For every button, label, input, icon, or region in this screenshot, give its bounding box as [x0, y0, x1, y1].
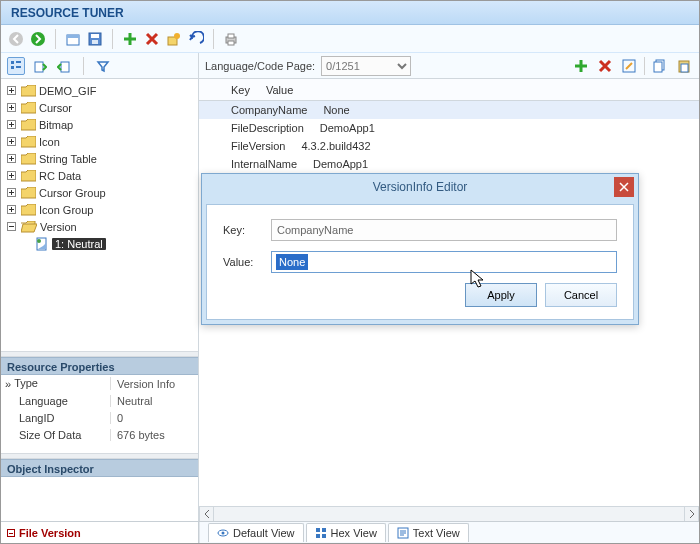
scroll-right-icon[interactable]: [684, 507, 699, 521]
expand-icon[interactable]: [7, 171, 16, 180]
expand-icon[interactable]: [7, 137, 16, 146]
export-icon[interactable]: [31, 57, 49, 75]
dialog-title: VersionInfo Editor: [202, 174, 638, 200]
expand-icon[interactable]: [7, 120, 16, 129]
prop-row-size: Size Of Data676 bytes: [1, 426, 198, 443]
add-lang-icon[interactable]: [572, 57, 590, 75]
paste-icon[interactable]: [675, 57, 693, 75]
kv-row[interactable]: InternalNameDemoApp1: [199, 155, 699, 173]
tree-item-version[interactable]: Version: [5, 218, 196, 235]
svg-rect-20: [654, 62, 662, 72]
prop-row-type: »TypeVersion Info: [1, 375, 198, 392]
svg-rect-26: [322, 528, 326, 532]
folder-icon: [21, 153, 36, 165]
edit-resource-icon[interactable]: [165, 30, 183, 48]
collapse-icon[interactable]: [7, 222, 16, 231]
resource-properties: »TypeVersion Info LanguageNeutral LangID…: [1, 375, 198, 443]
tree-item-cursor[interactable]: Cursor: [5, 99, 196, 116]
folder-icon: [21, 136, 36, 148]
resource-properties-header: Resource Properties: [1, 357, 198, 375]
value-label: Value:: [223, 256, 263, 268]
svg-rect-15: [61, 62, 69, 72]
language-label: Language/Code Page:: [205, 60, 315, 72]
svg-rect-27: [316, 534, 320, 538]
kv-header-value[interactable]: Value: [258, 84, 301, 96]
filter-icon[interactable]: [94, 57, 112, 75]
delete-icon[interactable]: [143, 30, 161, 48]
tree-item-demo-gif[interactable]: DEMO_GIF: [5, 82, 196, 99]
svg-rect-6: [92, 40, 98, 44]
kv-header: Key Value: [199, 79, 699, 101]
app-titlebar: RESOURCE TUNER: [1, 1, 699, 25]
edit-lang-icon[interactable]: [620, 57, 638, 75]
tab-text-view[interactable]: Text View: [388, 523, 469, 542]
prop-row-langid: LangID0: [1, 409, 198, 426]
tab-hex-view[interactable]: Hex View: [306, 523, 386, 542]
horizontal-scrollbar[interactable]: [199, 506, 699, 521]
language-select[interactable]: 0/1251: [321, 56, 411, 76]
expand-icon[interactable]: [7, 205, 16, 214]
svg-rect-28: [322, 534, 326, 538]
svg-rect-5: [91, 34, 99, 38]
folder-icon: [21, 119, 36, 131]
add-icon[interactable]: [121, 30, 139, 48]
object-inspector-header: Object Inspector: [1, 459, 198, 477]
print-icon[interactable]: [222, 30, 240, 48]
svg-rect-25: [316, 528, 320, 532]
tab-default-view[interactable]: Default View: [208, 523, 304, 542]
expand-icon[interactable]: [7, 103, 16, 112]
delete-lang-icon[interactable]: [596, 57, 614, 75]
object-inspector: [1, 477, 198, 521]
tree-item-rc-data[interactable]: RC Data: [5, 167, 196, 184]
svg-point-1: [31, 32, 45, 46]
folder-icon: [21, 170, 36, 182]
kv-row[interactable]: FileVersion4.3.2.build432: [199, 137, 699, 155]
folder-icon: [21, 187, 36, 199]
kv-table[interactable]: CompanyNameNone FileDescriptionDemoApp1 …: [199, 101, 699, 173]
key-input[interactable]: [271, 219, 617, 241]
value-input[interactable]: None: [271, 251, 617, 273]
cancel-button[interactable]: Cancel: [545, 283, 617, 307]
save-file-icon[interactable]: [86, 30, 104, 48]
svg-point-0: [9, 32, 23, 46]
scroll-left-icon[interactable]: [199, 507, 214, 521]
bottom-bar: File Version Default View Hex View Text …: [1, 521, 699, 543]
svg-rect-3: [67, 35, 79, 38]
open-file-icon[interactable]: [64, 30, 82, 48]
folder-icon: [21, 85, 36, 97]
file-version-tab[interactable]: File Version: [1, 522, 199, 543]
svg-rect-13: [11, 66, 14, 69]
text-icon: [397, 527, 409, 539]
svg-rect-10: [228, 34, 234, 38]
svg-point-24: [222, 532, 225, 535]
copy-icon[interactable]: [651, 57, 669, 75]
tree-item-string-table[interactable]: String Table: [5, 150, 196, 167]
forward-icon[interactable]: [29, 30, 47, 48]
tree-view-icon[interactable]: [7, 57, 25, 75]
expand-icon[interactable]: [7, 86, 16, 95]
key-label: Key:: [223, 224, 263, 236]
chevron-right-icon: »: [5, 378, 11, 390]
kv-header-key[interactable]: Key: [223, 84, 258, 96]
page-icon: [35, 237, 49, 251]
kv-row[interactable]: FileDescriptionDemoApp1: [199, 119, 699, 137]
kv-row[interactable]: CompanyNameNone: [199, 101, 699, 119]
folder-icon: [21, 204, 36, 216]
resource-tree[interactable]: DEMO_GIF Cursor Bitmap Icon String Table…: [1, 79, 198, 351]
tree-item-icon-group[interactable]: Icon Group: [5, 201, 196, 218]
close-button[interactable]: [614, 177, 634, 197]
prop-row-language: LanguageNeutral: [1, 392, 198, 409]
svg-rect-11: [228, 41, 234, 45]
expand-icon[interactable]: [7, 154, 16, 163]
svg-point-17: [37, 239, 41, 243]
undo-icon[interactable]: [187, 30, 205, 48]
import-icon[interactable]: [55, 57, 73, 75]
apply-button[interactable]: Apply: [465, 283, 537, 307]
tree-toolbar: [1, 53, 198, 79]
tree-item-cursor-group[interactable]: Cursor Group: [5, 184, 196, 201]
tree-item-bitmap[interactable]: Bitmap: [5, 116, 196, 133]
tree-item-icon[interactable]: Icon: [5, 133, 196, 150]
back-icon[interactable]: [7, 30, 25, 48]
tree-item-version-neutral[interactable]: 1: Neutral: [5, 235, 196, 252]
expand-icon[interactable]: [7, 188, 16, 197]
